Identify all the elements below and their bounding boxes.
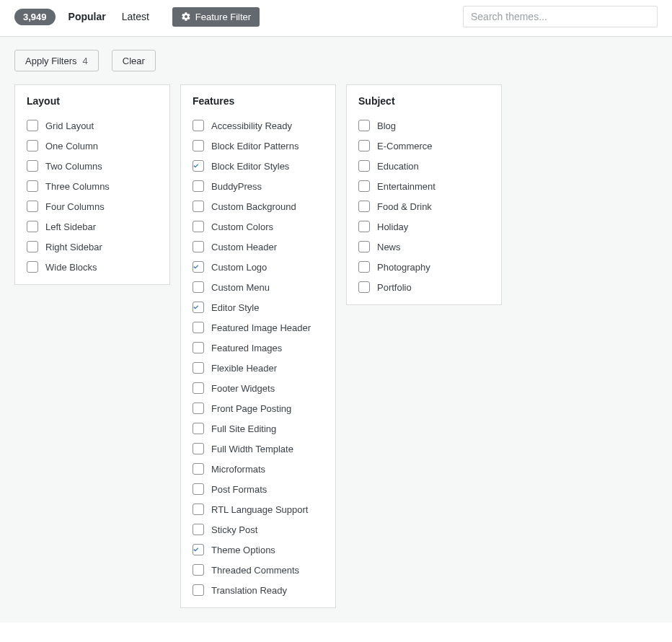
filter-option[interactable]: Custom Header bbox=[193, 241, 324, 252]
filter-option[interactable]: BuddyPress bbox=[193, 180, 324, 192]
filter-option[interactable]: News bbox=[358, 241, 490, 252]
checkbox[interactable] bbox=[358, 201, 370, 212]
checkbox[interactable] bbox=[27, 120, 38, 131]
checkbox[interactable] bbox=[193, 241, 204, 252]
checkbox[interactable] bbox=[193, 322, 204, 333]
checkbox[interactable] bbox=[358, 281, 370, 293]
checkbox[interactable] bbox=[27, 241, 38, 252]
filter-option[interactable]: Block Editor Patterns bbox=[193, 140, 324, 151]
filter-option[interactable]: Flexible Header bbox=[193, 362, 324, 374]
checkbox[interactable] bbox=[27, 160, 38, 172]
filter-option[interactable]: Left Sidebar bbox=[27, 221, 158, 232]
checkbox[interactable] bbox=[193, 362, 204, 374]
filter-option[interactable]: Custom Logo bbox=[193, 261, 324, 273]
filter-buttons: Apply Filters 4 Clear bbox=[14, 50, 658, 71]
checkbox[interactable] bbox=[193, 140, 204, 151]
filter-option[interactable]: Wide Blocks bbox=[27, 261, 158, 273]
filter-option-label: Photography bbox=[377, 262, 430, 273]
filter-option-label: Two Columns bbox=[45, 161, 102, 172]
checkbox[interactable] bbox=[193, 524, 204, 535]
checkbox[interactable] bbox=[193, 463, 204, 475]
checkbox[interactable] bbox=[193, 160, 204, 172]
filter-option[interactable]: Featured Image Header bbox=[193, 322, 324, 333]
filter-option-label: Custom Logo bbox=[211, 262, 267, 273]
checkbox[interactable] bbox=[27, 201, 38, 212]
filter-option[interactable]: Footer Widgets bbox=[193, 382, 324, 394]
apply-filters-button[interactable]: Apply Filters 4 bbox=[14, 50, 99, 71]
checkbox[interactable] bbox=[193, 544, 204, 555]
checkbox[interactable] bbox=[193, 342, 204, 353]
filter-option[interactable]: Holiday bbox=[358, 221, 490, 232]
filter-option[interactable]: One Column bbox=[27, 140, 158, 151]
checkbox[interactable] bbox=[358, 241, 370, 252]
checkbox[interactable] bbox=[193, 443, 204, 454]
filter-option[interactable]: Block Editor Styles bbox=[193, 160, 324, 172]
filter-option[interactable]: Full Width Template bbox=[193, 443, 324, 454]
filter-option[interactable]: Full Site Editing bbox=[193, 423, 324, 434]
search-input[interactable] bbox=[463, 6, 658, 27]
checkbox[interactable] bbox=[27, 261, 38, 273]
filter-option-label: Block Editor Styles bbox=[211, 161, 289, 172]
checkbox[interactable] bbox=[358, 261, 370, 273]
filter-option[interactable]: Four Columns bbox=[27, 201, 158, 212]
tab-popular[interactable]: Popular bbox=[68, 11, 106, 22]
filter-option[interactable]: RTL Language Support bbox=[193, 504, 324, 515]
checkbox[interactable] bbox=[27, 180, 38, 192]
filter-option[interactable]: Editor Style bbox=[193, 302, 324, 313]
filter-option[interactable]: Post Formats bbox=[193, 483, 324, 495]
checkbox[interactable] bbox=[27, 221, 38, 232]
checkbox[interactable] bbox=[358, 120, 370, 131]
checkbox[interactable] bbox=[193, 504, 204, 515]
filter-option[interactable]: Theme Options bbox=[193, 544, 324, 555]
filter-option[interactable]: Front Page Posting bbox=[193, 403, 324, 414]
filter-option[interactable]: Microformats bbox=[193, 463, 324, 475]
filter-option[interactable]: Featured Images bbox=[193, 342, 324, 353]
checkbox[interactable] bbox=[193, 180, 204, 192]
checkbox[interactable] bbox=[358, 180, 370, 192]
panel-layout: Layout Grid LayoutOne ColumnTwo ColumnsT… bbox=[14, 84, 170, 285]
filter-option[interactable]: Photography bbox=[358, 261, 490, 273]
clear-button[interactable]: Clear bbox=[112, 50, 156, 71]
filter-option[interactable]: Custom Colors bbox=[193, 221, 324, 232]
filter-option[interactable]: Accessibility Ready bbox=[193, 120, 324, 131]
checkbox[interactable] bbox=[193, 261, 204, 273]
checkbox[interactable] bbox=[193, 403, 204, 414]
filter-option[interactable]: Right Sidebar bbox=[27, 241, 158, 252]
checkbox[interactable] bbox=[27, 140, 38, 151]
filter-option-label: Full Width Template bbox=[211, 444, 293, 454]
filter-option[interactable]: Custom Background bbox=[193, 201, 324, 212]
checkbox[interactable] bbox=[193, 584, 204, 596]
checkbox[interactable] bbox=[193, 423, 204, 434]
filter-option-label: Three Columns bbox=[45, 181, 110, 192]
filter-option[interactable]: Entertainment bbox=[358, 180, 490, 192]
checkbox[interactable] bbox=[193, 120, 204, 131]
feature-filter-button[interactable]: Feature Filter bbox=[172, 7, 260, 27]
filter-option[interactable]: Threaded Comments bbox=[193, 564, 324, 576]
checkbox[interactable] bbox=[193, 302, 204, 313]
checkbox[interactable] bbox=[193, 201, 204, 212]
checkbox[interactable] bbox=[193, 382, 204, 394]
checkbox[interactable] bbox=[193, 564, 204, 576]
filter-option[interactable]: Custom Menu bbox=[193, 281, 324, 293]
checkbox[interactable] bbox=[193, 483, 204, 495]
filter-option-label: Sticky Post bbox=[211, 524, 257, 535]
filter-option[interactable]: Three Columns bbox=[27, 180, 158, 192]
filter-option-label: Microformats bbox=[211, 464, 265, 475]
checkbox[interactable] bbox=[358, 140, 370, 151]
checkbox[interactable] bbox=[193, 281, 204, 293]
checkbox[interactable] bbox=[193, 221, 204, 232]
checkbox[interactable] bbox=[358, 221, 370, 232]
tab-latest[interactable]: Latest bbox=[122, 11, 149, 22]
filter-option[interactable]: E-Commerce bbox=[358, 140, 490, 151]
filter-option[interactable]: Food & Drink bbox=[358, 201, 490, 212]
filter-option[interactable]: Portfolio bbox=[358, 281, 490, 293]
filter-option[interactable]: Blog bbox=[358, 120, 490, 131]
filter-option-label: Portfolio bbox=[377, 282, 412, 293]
filter-option[interactable]: Two Columns bbox=[27, 160, 158, 172]
filter-option[interactable]: Translation Ready bbox=[193, 584, 324, 596]
filter-option[interactable]: Grid Layout bbox=[27, 120, 158, 131]
filter-option-label: BuddyPress bbox=[211, 181, 262, 192]
filter-option[interactable]: Sticky Post bbox=[193, 524, 324, 535]
filter-option[interactable]: Education bbox=[358, 160, 490, 172]
checkbox[interactable] bbox=[358, 160, 370, 172]
